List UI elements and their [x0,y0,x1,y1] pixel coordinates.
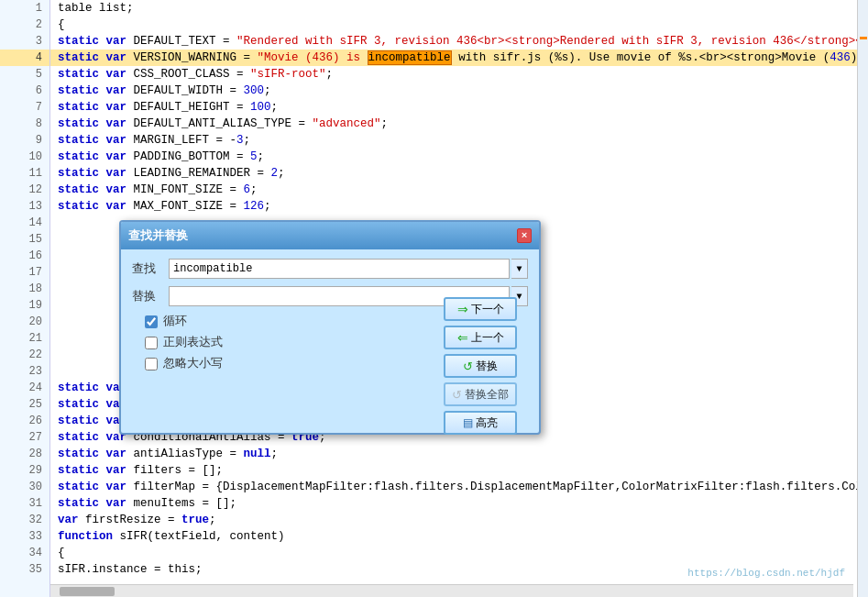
line-number-23: 23 [0,363,49,380]
line-number-1: 1 [0,0,49,17]
code-line-3: static var DEFAULT_TEXT = "Rendered with… [50,33,868,50]
code-line-5: static var CSS_ROOT_CLASS = "sIFR-root"; [50,66,868,83]
h-scroll-thumb[interactable] [60,587,115,596]
line-number-33: 33 [0,528,49,545]
line-number-12: 12 [0,182,49,198]
dialog-content: 查找 ▼ 替换 ▼ [132,259,528,424]
search-match: incompatible [368,50,452,65]
regex-checkbox[interactable] [145,337,158,349]
watermark: https://blog.csdn.net/hjdf [687,568,845,579]
dialog-titlebar: 查找并替换 × [121,222,539,249]
code-editor: 1234567891011121314151617181920212223242… [0,0,868,597]
code-line-4: static var VERSION_WARNING = "Movie (436… [50,50,868,66]
code-line-31: static var menuItems = []; [50,495,868,512]
prev-button[interactable]: ⇐ 上一个 [444,326,517,349]
find-input[interactable] [169,259,510,279]
replace-button[interactable]: ↺ 替换 [444,354,517,378]
code-line-33: function sIFR(textField, content) [50,528,868,545]
line-number-17: 17 [0,264,49,281]
line-number-7: 7 [0,99,49,116]
line-number-29: 29 [0,462,49,479]
dialog-close-button[interactable]: × [517,228,532,243]
replace-all-button[interactable]: ↺ 替换全部 [444,382,517,406]
line-number-26: 26 [0,413,49,429]
replace-button-label: 替换 [476,359,498,374]
find-replace-dialog: 查找并替换 × 查找 ▼ 替换 ▼ [119,220,541,435]
line-number-5: 5 [0,66,49,83]
dialog-buttons: ⇒ 下一个 ⇐ 上一个 ↺ 替换 ↺ 替换全部 [444,297,517,435]
code-line-30: static var filterMap = {DisplacementMapF… [50,479,868,495]
find-row: 查找 ▼ [132,259,528,279]
next-button-label: 下一个 [471,302,504,317]
line-number-21: 21 [0,330,49,347]
code-line-6: static var DEFAULT_WIDTH = 300; [50,83,868,99]
line-number-31: 31 [0,495,49,512]
line-number-19: 19 [0,297,49,314]
line-number-6: 6 [0,83,49,99]
line-number-32: 32 [0,512,49,528]
case-checkbox[interactable] [145,358,158,370]
line-number-2: 2 [0,17,49,33]
find-label: 查找 [132,260,161,277]
scroll-marker [860,37,867,39]
code-line-1: table list; [50,0,868,17]
dialog-body: 查找 ▼ 替换 ▼ [121,249,539,433]
find-input-wrap: ▼ [169,259,528,279]
line-number-3: 3 [0,33,49,50]
line-number-22: 22 [0,347,49,363]
code-line-29: static var filters = []; [50,462,868,479]
line-number-11: 11 [0,165,49,182]
code-line-11: static var LEADING_REMAINDER = 2; [50,165,868,182]
line-number-27: 27 [0,429,49,446]
line-number-15: 15 [0,231,49,248]
line-number-30: 30 [0,479,49,495]
case-label: 忽略大小写 [163,356,223,371]
loop-label: 循环 [163,314,187,329]
regex-label: 正则表达式 [163,335,223,350]
line-number-34: 34 [0,545,49,561]
code-line-32: var firstResize = true; [50,512,868,528]
code-line-7: static var DEFAULT_HEIGHT = 100; [50,99,868,116]
line-number-4: 4 [0,50,49,66]
dialog-title: 查找并替换 [128,227,188,244]
highlight-button[interactable]: ▤ 高亮 [444,411,517,435]
prev-button-label: 上一个 [471,330,504,346]
line-number-8: 8 [0,116,49,132]
line-numbers: 1234567891011121314151617181920212223242… [0,0,50,597]
line-number-14: 14 [0,215,49,231]
code-line-28: static var antiAliasType = null; [50,446,868,462]
highlight-button-label: 高亮 [476,415,498,431]
vertical-scrollbar[interactable] [857,0,868,597]
code-line-34: { [50,545,868,561]
code-line-9: static var MARGIN_LEFT = -3; [50,132,868,149]
code-line-2: { [50,17,868,33]
horizontal-scrollbar[interactable] [50,584,853,597]
replace-all-button-label: 替换全部 [465,387,509,403]
line-number-9: 9 [0,132,49,149]
loop-checkbox[interactable] [145,315,158,328]
line-number-20: 20 [0,314,49,330]
code-line-8: static var DEFAULT_ANTI_ALIAS_TYPE = "ad… [50,116,868,132]
line-number-18: 18 [0,281,49,297]
code-line-13: static var MAX_FONT_SIZE = 126; [50,198,868,215]
code-line-10: static var PADDING_BOTTOM = 5; [50,149,868,165]
line-number-13: 13 [0,198,49,215]
find-dropdown-btn[interactable]: ▼ [511,259,528,279]
line-number-35: 35 [0,561,49,578]
line-number-25: 25 [0,396,49,413]
line-number-28: 28 [0,446,49,462]
code-line-12: static var MIN_FONT_SIZE = 6; [50,182,868,198]
replace-label: 替换 [132,288,161,304]
line-number-16: 16 [0,248,49,264]
line-number-24: 24 [0,380,49,396]
line-number-10: 10 [0,149,49,165]
next-button[interactable]: ⇒ 下一个 [444,297,517,321]
